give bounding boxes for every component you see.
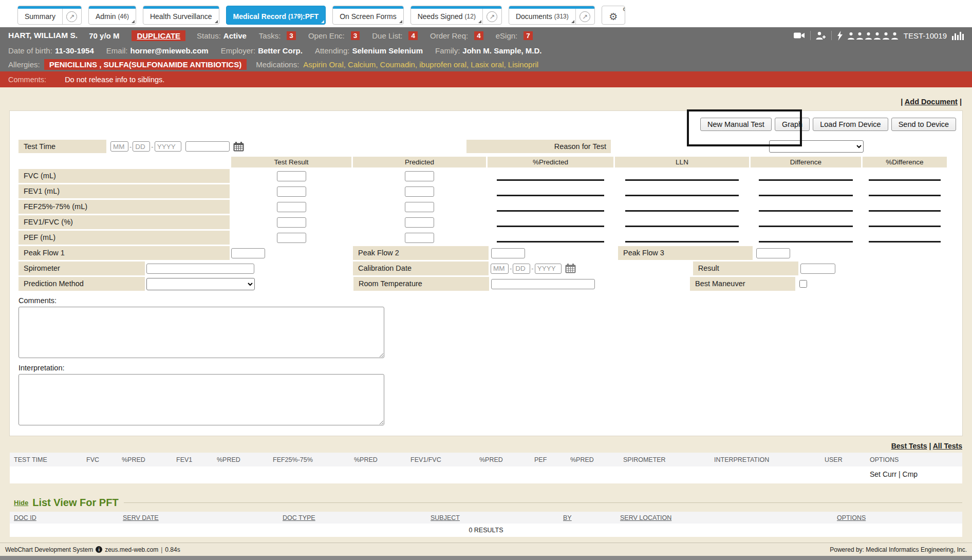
best-tests-link[interactable]: Best Tests — [891, 442, 927, 450]
table-row-fev1-fvc: FEV1/FVC (%) — [18, 215, 956, 229]
results-header-fef: FEF25%-75% — [273, 456, 354, 463]
test-date-month-input[interactable] — [110, 141, 128, 152]
fvc-test-result-input[interactable] — [277, 171, 306, 181]
calendar-icon[interactable] — [233, 142, 244, 152]
video-call-icon[interactable] — [794, 31, 805, 40]
cmp-link[interactable]: Cmp — [903, 470, 918, 478]
chart-icon[interactable] — [951, 31, 964, 40]
results-header-options: OPTIONS — [870, 456, 962, 463]
interpretation-textarea[interactable] — [18, 374, 384, 425]
fvc-percent-predicted-value — [497, 179, 604, 181]
comments-banner-label: Comments: — [8, 76, 46, 84]
duplicate-flag[interactable]: DUPLICATE — [132, 30, 185, 41]
doc-header-subject[interactable]: SUBJECT — [431, 514, 563, 521]
fev1-fvc-test-result-input[interactable] — [277, 217, 306, 228]
tab-admin[interactable]: Admin(46) — [88, 6, 136, 25]
set-curr-link[interactable]: Set Curr — [870, 470, 896, 478]
column-header-difference: Difference — [751, 157, 861, 167]
patient-header: HART, WILLIAM S. 70 y/o M DUPLICATE Stat… — [0, 27, 972, 71]
tab-medical-record-count: (179) — [288, 13, 303, 20]
due-list-label: Due List: — [372, 31, 402, 40]
results-header-spirometer: SPIROMETER — [623, 456, 714, 463]
calendar-icon[interactable] — [565, 264, 576, 273]
table-row-fvc: FVC (mL) — [18, 169, 956, 183]
best-maneuver-label: Best Maneuver — [690, 277, 795, 291]
pft-header-row: Test Result Predicted %Predicted LLN Dif… — [18, 157, 956, 167]
result-label: Result — [693, 262, 798, 275]
tab-needs-signed[interactable]: Needs Signed(12) ↗ — [410, 6, 502, 25]
doc-header-by[interactable]: BY — [563, 514, 620, 521]
pef-predicted-input[interactable] — [405, 233, 434, 243]
prediction-method-select[interactable] — [146, 278, 255, 290]
all-tests-link[interactable]: All Tests — [933, 442, 962, 450]
test-date-day-input[interactable] — [133, 141, 150, 152]
add-document-link[interactable]: Add Document — [905, 98, 958, 106]
patient-portal-users[interactable] — [847, 32, 899, 40]
doc-header-serv-location[interactable]: SERV LOCATION — [620, 514, 837, 521]
spirometer-input[interactable] — [146, 264, 254, 274]
room-temperature-input[interactable] — [491, 279, 595, 289]
medications-value[interactable]: Aspirin Oral, Calcium, Coumadin, ibuprof… — [303, 60, 538, 69]
graph-button[interactable]: Graph — [775, 118, 810, 131]
send-to-device-button[interactable]: Send to Device — [891, 118, 956, 131]
tab-documents[interactable]: Documents(313) ↗ — [509, 6, 595, 25]
tab-summary[interactable]: Summary ↗ — [17, 6, 82, 25]
hide-link[interactable]: Hide — [14, 499, 28, 507]
peak-flow-2-input[interactable] — [491, 248, 525, 258]
reason-for-test-label: Reason for Test — [466, 140, 611, 153]
new-manual-test-button[interactable]: New Manual Test — [700, 118, 772, 131]
load-from-device-button[interactable]: Load From Device — [813, 118, 888, 131]
test-time-input[interactable] — [185, 141, 230, 152]
doc-header-options[interactable]: OPTIONS — [837, 514, 962, 521]
pef-test-result-input[interactable] — [277, 233, 306, 243]
tab-on-screen-forms[interactable]: On Screen Forms — [332, 6, 403, 25]
attending-value: Selenium Selenium — [352, 46, 423, 55]
allergies-value[interactable]: PENICILLINS , SULFA(SULFONAMIDE ANTIBIOT… — [44, 59, 247, 70]
result-input[interactable] — [800, 264, 835, 274]
summary-popout-button[interactable]: ↗ — [62, 6, 81, 24]
family-value: John M. Sample, M.D. — [462, 46, 541, 55]
info-icon[interactable]: i — [96, 546, 102, 553]
tab-on-screen-forms-label: On Screen Forms — [340, 12, 396, 21]
documents-popout-button[interactable]: ↗ — [575, 6, 594, 24]
peak-flow-3-input[interactable] — [756, 248, 790, 258]
tab-health-surveillance[interactable]: Health Surveillance — [143, 6, 219, 25]
person-icon — [891, 32, 899, 40]
lightning-icon[interactable] — [837, 31, 843, 41]
fvc-predicted-input[interactable] — [405, 171, 434, 181]
tab-medical-record[interactable]: Medical Record(179):PFT — [226, 6, 326, 25]
esign-badge[interactable]: 7 — [524, 31, 533, 40]
needs-signed-popout-button[interactable]: ↗ — [482, 6, 501, 24]
comments-textarea[interactable] — [18, 307, 384, 358]
tasks-badge[interactable]: 3 — [287, 31, 296, 40]
test-date-year-input[interactable] — [155, 141, 181, 152]
results-header-pred4: %PRED — [479, 456, 534, 463]
fef-test-result-input[interactable] — [277, 202, 306, 212]
add-user-icon[interactable] — [816, 31, 826, 40]
peak-flow-2-label: Peak Flow 2 — [353, 246, 489, 260]
fef-predicted-input[interactable] — [405, 202, 434, 212]
patient-id: TEST-10019 — [904, 31, 947, 40]
best-maneuver-checkbox[interactable] — [799, 280, 807, 288]
family-label: Family: — [435, 46, 460, 55]
order-req-badge[interactable]: 4 — [474, 31, 483, 40]
fev1-test-result-input[interactable] — [277, 186, 306, 197]
settings-button[interactable]: ⚙⚙ — [602, 6, 625, 25]
calibration-month-input[interactable] — [491, 264, 509, 274]
fev1-fvc-predicted-input[interactable] — [405, 217, 434, 228]
table-row-fev1: FEV1 (mL) — [18, 184, 956, 198]
tab-documents-label: Documents — [516, 12, 552, 21]
doc-header-doc-type[interactable]: DOC TYPE — [283, 514, 431, 521]
reason-for-test-select[interactable] — [769, 140, 864, 153]
open-enc-badge[interactable]: 3 — [351, 31, 360, 40]
fev1-predicted-input[interactable] — [405, 186, 434, 197]
calibration-year-input[interactable] — [535, 264, 562, 274]
results-header-test-time: TEST TIME — [14, 456, 86, 463]
doc-header-serv-date[interactable]: SERV DATE — [123, 514, 283, 521]
list-view-header: Hide List View For PFT — [14, 495, 962, 510]
doc-header-doc-id[interactable]: DOC ID — [14, 514, 123, 521]
peak-flow-1-input[interactable] — [231, 248, 265, 258]
calibration-day-input[interactable] — [513, 264, 530, 274]
due-list-badge[interactable]: 4 — [408, 31, 418, 40]
fvc-percent-difference-value — [869, 179, 940, 181]
